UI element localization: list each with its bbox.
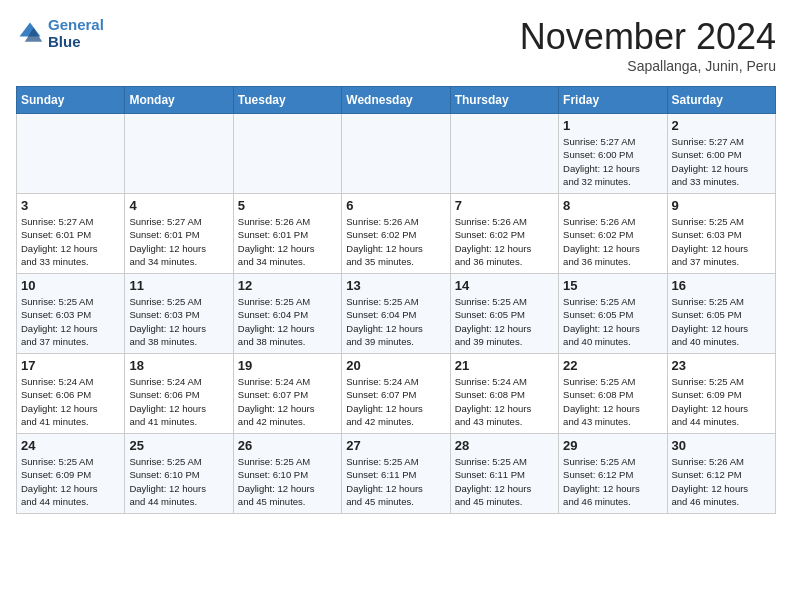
day-info: Sunrise: 5:25 AM Sunset: 6:03 PM Dayligh… bbox=[129, 295, 228, 348]
day-number: 14 bbox=[455, 278, 554, 293]
day-info: Sunrise: 5:27 AM Sunset: 6:00 PM Dayligh… bbox=[563, 135, 662, 188]
calendar-cell: 3Sunrise: 5:27 AM Sunset: 6:01 PM Daylig… bbox=[17, 194, 125, 274]
calendar-table: SundayMondayTuesdayWednesdayThursdayFrid… bbox=[16, 86, 776, 514]
day-number: 20 bbox=[346, 358, 445, 373]
calendar-cell: 11Sunrise: 5:25 AM Sunset: 6:03 PM Dayli… bbox=[125, 274, 233, 354]
calendar-cell: 25Sunrise: 5:25 AM Sunset: 6:10 PM Dayli… bbox=[125, 434, 233, 514]
calendar-week-3: 10Sunrise: 5:25 AM Sunset: 6:03 PM Dayli… bbox=[17, 274, 776, 354]
day-info: Sunrise: 5:26 AM Sunset: 6:02 PM Dayligh… bbox=[563, 215, 662, 268]
day-number: 3 bbox=[21, 198, 120, 213]
day-number: 8 bbox=[563, 198, 662, 213]
calendar-cell: 17Sunrise: 5:24 AM Sunset: 6:06 PM Dayli… bbox=[17, 354, 125, 434]
calendar-week-5: 24Sunrise: 5:25 AM Sunset: 6:09 PM Dayli… bbox=[17, 434, 776, 514]
calendar-cell: 5Sunrise: 5:26 AM Sunset: 6:01 PM Daylig… bbox=[233, 194, 341, 274]
calendar-cell: 26Sunrise: 5:25 AM Sunset: 6:10 PM Dayli… bbox=[233, 434, 341, 514]
calendar-cell: 20Sunrise: 5:24 AM Sunset: 6:07 PM Dayli… bbox=[342, 354, 450, 434]
day-info: Sunrise: 5:25 AM Sunset: 6:08 PM Dayligh… bbox=[563, 375, 662, 428]
day-info: Sunrise: 5:27 AM Sunset: 6:00 PM Dayligh… bbox=[672, 135, 771, 188]
calendar-week-1: 1Sunrise: 5:27 AM Sunset: 6:00 PM Daylig… bbox=[17, 114, 776, 194]
calendar-cell bbox=[233, 114, 341, 194]
calendar-cell: 10Sunrise: 5:25 AM Sunset: 6:03 PM Dayli… bbox=[17, 274, 125, 354]
day-number: 16 bbox=[672, 278, 771, 293]
day-info: Sunrise: 5:24 AM Sunset: 6:07 PM Dayligh… bbox=[238, 375, 337, 428]
day-info: Sunrise: 5:25 AM Sunset: 6:11 PM Dayligh… bbox=[346, 455, 445, 508]
calendar-cell: 6Sunrise: 5:26 AM Sunset: 6:02 PM Daylig… bbox=[342, 194, 450, 274]
calendar-cell: 29Sunrise: 5:25 AM Sunset: 6:12 PM Dayli… bbox=[559, 434, 667, 514]
day-number: 22 bbox=[563, 358, 662, 373]
calendar-header-row: SundayMondayTuesdayWednesdayThursdayFrid… bbox=[17, 87, 776, 114]
day-number: 23 bbox=[672, 358, 771, 373]
weekday-header-sunday: Sunday bbox=[17, 87, 125, 114]
day-number: 21 bbox=[455, 358, 554, 373]
calendar-cell bbox=[450, 114, 558, 194]
day-number: 24 bbox=[21, 438, 120, 453]
day-number: 15 bbox=[563, 278, 662, 293]
day-info: Sunrise: 5:26 AM Sunset: 6:02 PM Dayligh… bbox=[455, 215, 554, 268]
calendar-cell: 27Sunrise: 5:25 AM Sunset: 6:11 PM Dayli… bbox=[342, 434, 450, 514]
calendar-cell: 14Sunrise: 5:25 AM Sunset: 6:05 PM Dayli… bbox=[450, 274, 558, 354]
calendar-cell bbox=[17, 114, 125, 194]
day-number: 1 bbox=[563, 118, 662, 133]
month-title: November 2024 bbox=[520, 16, 776, 58]
calendar-cell: 9Sunrise: 5:25 AM Sunset: 6:03 PM Daylig… bbox=[667, 194, 775, 274]
weekday-header-wednesday: Wednesday bbox=[342, 87, 450, 114]
day-number: 4 bbox=[129, 198, 228, 213]
day-info: Sunrise: 5:25 AM Sunset: 6:04 PM Dayligh… bbox=[346, 295, 445, 348]
calendar-cell: 12Sunrise: 5:25 AM Sunset: 6:04 PM Dayli… bbox=[233, 274, 341, 354]
calendar-cell: 4Sunrise: 5:27 AM Sunset: 6:01 PM Daylig… bbox=[125, 194, 233, 274]
day-info: Sunrise: 5:25 AM Sunset: 6:10 PM Dayligh… bbox=[129, 455, 228, 508]
day-info: Sunrise: 5:25 AM Sunset: 6:10 PM Dayligh… bbox=[238, 455, 337, 508]
day-info: Sunrise: 5:26 AM Sunset: 6:01 PM Dayligh… bbox=[238, 215, 337, 268]
day-info: Sunrise: 5:27 AM Sunset: 6:01 PM Dayligh… bbox=[129, 215, 228, 268]
day-info: Sunrise: 5:25 AM Sunset: 6:09 PM Dayligh… bbox=[672, 375, 771, 428]
day-number: 11 bbox=[129, 278, 228, 293]
calendar-cell: 22Sunrise: 5:25 AM Sunset: 6:08 PM Dayli… bbox=[559, 354, 667, 434]
weekday-header-thursday: Thursday bbox=[450, 87, 558, 114]
logo-text: General Blue bbox=[48, 16, 104, 51]
day-info: Sunrise: 5:25 AM Sunset: 6:09 PM Dayligh… bbox=[21, 455, 120, 508]
day-info: Sunrise: 5:24 AM Sunset: 6:08 PM Dayligh… bbox=[455, 375, 554, 428]
calendar-cell: 1Sunrise: 5:27 AM Sunset: 6:00 PM Daylig… bbox=[559, 114, 667, 194]
day-number: 26 bbox=[238, 438, 337, 453]
location: Sapallanga, Junin, Peru bbox=[520, 58, 776, 74]
day-number: 17 bbox=[21, 358, 120, 373]
day-info: Sunrise: 5:25 AM Sunset: 6:12 PM Dayligh… bbox=[563, 455, 662, 508]
calendar-cell: 15Sunrise: 5:25 AM Sunset: 6:05 PM Dayli… bbox=[559, 274, 667, 354]
day-number: 12 bbox=[238, 278, 337, 293]
calendar-cell: 7Sunrise: 5:26 AM Sunset: 6:02 PM Daylig… bbox=[450, 194, 558, 274]
calendar-cell: 21Sunrise: 5:24 AM Sunset: 6:08 PM Dayli… bbox=[450, 354, 558, 434]
calendar-cell: 8Sunrise: 5:26 AM Sunset: 6:02 PM Daylig… bbox=[559, 194, 667, 274]
day-number: 2 bbox=[672, 118, 771, 133]
day-number: 6 bbox=[346, 198, 445, 213]
day-number: 28 bbox=[455, 438, 554, 453]
calendar-cell: 28Sunrise: 5:25 AM Sunset: 6:11 PM Dayli… bbox=[450, 434, 558, 514]
calendar-cell bbox=[125, 114, 233, 194]
weekday-header-saturday: Saturday bbox=[667, 87, 775, 114]
title-block: November 2024 Sapallanga, Junin, Peru bbox=[520, 16, 776, 74]
day-info: Sunrise: 5:24 AM Sunset: 6:06 PM Dayligh… bbox=[21, 375, 120, 428]
day-number: 25 bbox=[129, 438, 228, 453]
day-number: 19 bbox=[238, 358, 337, 373]
calendar-cell: 30Sunrise: 5:26 AM Sunset: 6:12 PM Dayli… bbox=[667, 434, 775, 514]
day-info: Sunrise: 5:27 AM Sunset: 6:01 PM Dayligh… bbox=[21, 215, 120, 268]
day-info: Sunrise: 5:25 AM Sunset: 6:05 PM Dayligh… bbox=[455, 295, 554, 348]
day-number: 18 bbox=[129, 358, 228, 373]
day-info: Sunrise: 5:25 AM Sunset: 6:05 PM Dayligh… bbox=[672, 295, 771, 348]
day-number: 27 bbox=[346, 438, 445, 453]
weekday-header-tuesday: Tuesday bbox=[233, 87, 341, 114]
day-info: Sunrise: 5:26 AM Sunset: 6:02 PM Dayligh… bbox=[346, 215, 445, 268]
page-header: General Blue November 2024 Sapallanga, J… bbox=[16, 16, 776, 74]
calendar-week-2: 3Sunrise: 5:27 AM Sunset: 6:01 PM Daylig… bbox=[17, 194, 776, 274]
day-number: 7 bbox=[455, 198, 554, 213]
day-number: 9 bbox=[672, 198, 771, 213]
weekday-header-monday: Monday bbox=[125, 87, 233, 114]
day-number: 29 bbox=[563, 438, 662, 453]
calendar-cell: 2Sunrise: 5:27 AM Sunset: 6:00 PM Daylig… bbox=[667, 114, 775, 194]
calendar-body: 1Sunrise: 5:27 AM Sunset: 6:00 PM Daylig… bbox=[17, 114, 776, 514]
calendar-cell: 13Sunrise: 5:25 AM Sunset: 6:04 PM Dayli… bbox=[342, 274, 450, 354]
day-number: 5 bbox=[238, 198, 337, 213]
calendar-cell: 19Sunrise: 5:24 AM Sunset: 6:07 PM Dayli… bbox=[233, 354, 341, 434]
day-info: Sunrise: 5:25 AM Sunset: 6:11 PM Dayligh… bbox=[455, 455, 554, 508]
day-info: Sunrise: 5:24 AM Sunset: 6:06 PM Dayligh… bbox=[129, 375, 228, 428]
calendar-cell: 24Sunrise: 5:25 AM Sunset: 6:09 PM Dayli… bbox=[17, 434, 125, 514]
